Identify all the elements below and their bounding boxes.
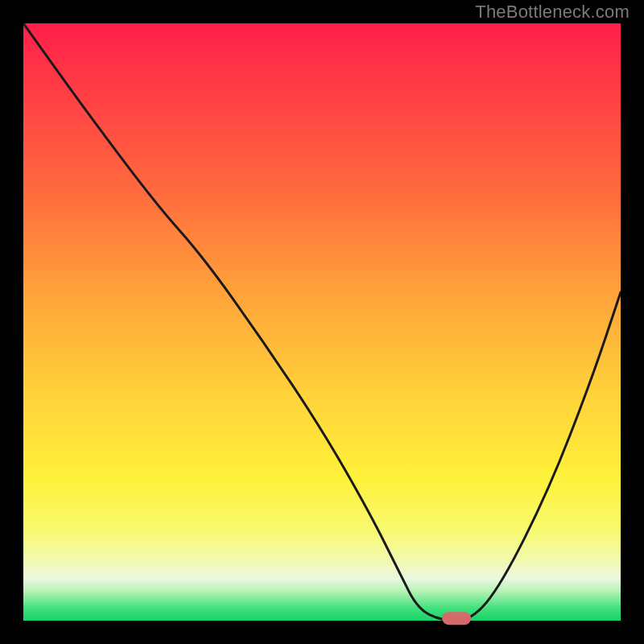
bottleneck-curve <box>23 23 621 621</box>
watermark-text: TheBottleneck.com <box>475 2 630 23</box>
optimum-marker <box>442 612 471 625</box>
plot-area <box>23 23 621 621</box>
chart-frame: TheBottleneck.com <box>0 0 644 644</box>
curve-path <box>23 23 621 621</box>
